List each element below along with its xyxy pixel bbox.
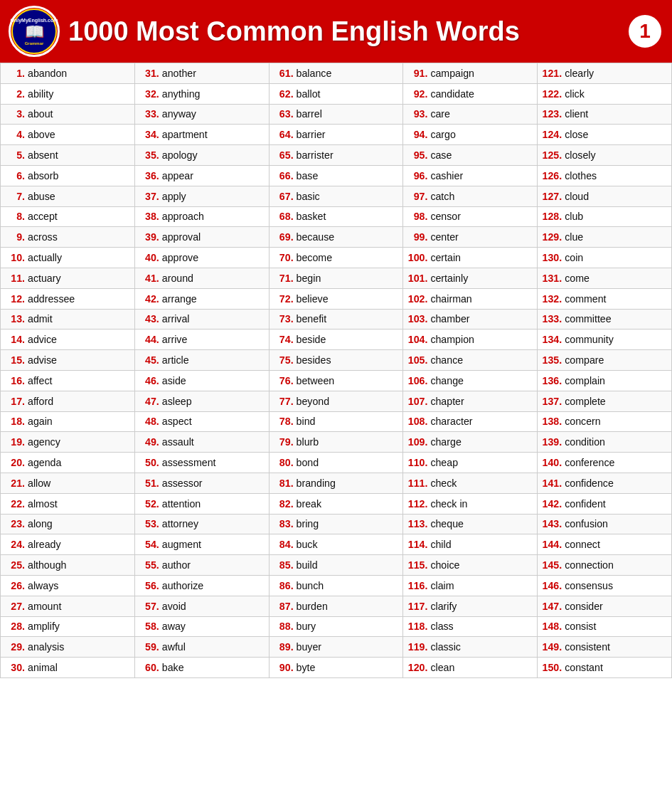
- column-5: 121.clearly122.click123.client124.close1…: [538, 63, 672, 678]
- word-label: byte: [297, 662, 316, 673]
- list-item: 96.cashier: [403, 166, 537, 186]
- list-item: 132.comment: [538, 289, 671, 310]
- word-number: 89.: [274, 641, 294, 653]
- list-item: 136.complain: [538, 371, 671, 391]
- list-item: 120.clean: [403, 658, 537, 678]
- list-item: 37.apply: [135, 186, 269, 207]
- word-number: 74.: [274, 334, 294, 345]
- word-label: agency: [28, 436, 60, 448]
- list-item: 78.bind: [270, 412, 403, 433]
- logo-top-text: OnlyMyEnglish.com: [11, 18, 58, 23]
- word-label: almost: [28, 498, 58, 510]
- word-number: 3.: [5, 108, 25, 120]
- word-label: anyway: [162, 108, 196, 120]
- word-number: 73.: [274, 313, 294, 325]
- word-label: ballot: [297, 88, 321, 100]
- list-item: 149.consistent: [538, 637, 671, 658]
- word-number: 90.: [274, 662, 294, 673]
- word-label: catch: [430, 191, 454, 202]
- list-item: 63.barrel: [270, 105, 403, 125]
- word-label: complain: [565, 375, 605, 386]
- list-item: 94.cargo: [403, 125, 537, 145]
- word-label: character: [430, 416, 472, 427]
- word-number: 16.: [5, 375, 25, 386]
- word-label: connect: [565, 539, 600, 550]
- word-label: animal: [28, 662, 58, 673]
- list-item: 77.beyond: [270, 391, 403, 412]
- list-item: 69.because: [270, 227, 403, 248]
- word-number: 48.: [139, 416, 159, 427]
- list-item: 58.away: [135, 617, 269, 638]
- word-label: cargo: [430, 129, 456, 140]
- list-item: 50.assessment: [135, 453, 269, 473]
- word-label: abuse: [28, 191, 55, 202]
- word-label: bury: [297, 621, 316, 632]
- list-item: 12.addressee: [1, 289, 134, 310]
- list-item: 64.barrier: [270, 125, 403, 145]
- word-number: 148.: [542, 621, 562, 632]
- word-label: bond: [297, 457, 319, 468]
- list-item: 105.chance: [403, 350, 537, 371]
- word-number: 108.: [407, 416, 427, 427]
- word-number: 86.: [274, 580, 294, 591]
- word-number: 59.: [139, 641, 159, 653]
- word-label: champion: [430, 334, 474, 345]
- word-number: 78.: [274, 416, 294, 427]
- word-label: authorize: [162, 580, 203, 591]
- list-item: 135.compare: [538, 350, 671, 371]
- word-label: concern: [565, 416, 600, 427]
- word-label: case: [430, 149, 452, 161]
- word-number: 150.: [542, 662, 562, 673]
- word-label: cheap: [430, 457, 458, 468]
- word-label: center: [430, 231, 458, 243]
- word-number: 37.: [139, 191, 159, 202]
- word-label: coin: [565, 252, 583, 263]
- word-number: 31.: [139, 68, 159, 79]
- word-label: apology: [162, 149, 198, 161]
- word-label: approval: [162, 231, 201, 243]
- list-item: 71.begin: [270, 268, 403, 289]
- list-item: 45.article: [135, 350, 269, 371]
- list-item: 86.bunch: [270, 576, 403, 596]
- list-item: 48.aspect: [135, 412, 269, 433]
- word-label: charge: [430, 436, 461, 448]
- word-number: 138.: [542, 416, 562, 427]
- word-label: approve: [162, 252, 198, 263]
- word-label: close: [565, 129, 588, 140]
- word-label: again: [28, 416, 53, 427]
- list-item: 130.coin: [538, 248, 671, 268]
- list-item: 35.apology: [135, 145, 269, 166]
- word-number: 33.: [139, 108, 159, 120]
- list-item: 70.become: [270, 248, 403, 268]
- word-table: 1.abandon2.ability3.about4.above5.absent…: [0, 63, 672, 678]
- word-number: 12.: [5, 293, 25, 305]
- word-label: appear: [162, 170, 193, 181]
- list-item: 42.arrange: [135, 289, 269, 310]
- list-item: 4.above: [1, 125, 134, 145]
- word-number: 13.: [5, 313, 25, 325]
- column-2: 31.another32.anything33.anyway34.apartme…: [135, 63, 270, 678]
- word-number: 72.: [274, 293, 294, 305]
- list-item: 11.actuary: [1, 268, 134, 289]
- list-item: 107.chapter: [403, 391, 537, 412]
- word-label: assault: [162, 436, 194, 448]
- list-item: 143.confusion: [538, 515, 671, 535]
- word-label: chance: [430, 354, 463, 366]
- word-label: benefit: [297, 313, 327, 325]
- word-label: consider: [565, 601, 603, 612]
- word-number: 88.: [274, 621, 294, 632]
- word-number: 60.: [139, 662, 159, 673]
- word-label: comment: [565, 293, 606, 305]
- word-number: 22.: [5, 498, 25, 510]
- list-item: 95.case: [403, 145, 537, 166]
- word-number: 75.: [274, 354, 294, 366]
- word-label: choice: [430, 559, 459, 571]
- word-number: 139.: [542, 436, 562, 448]
- word-number: 27.: [5, 601, 25, 612]
- word-label: apartment: [162, 129, 208, 140]
- list-item: 109.charge: [403, 432, 537, 453]
- word-number: 104.: [407, 334, 427, 345]
- word-label: check in: [430, 498, 467, 510]
- list-item: 5.absent: [1, 145, 134, 166]
- word-label: consist: [565, 621, 596, 632]
